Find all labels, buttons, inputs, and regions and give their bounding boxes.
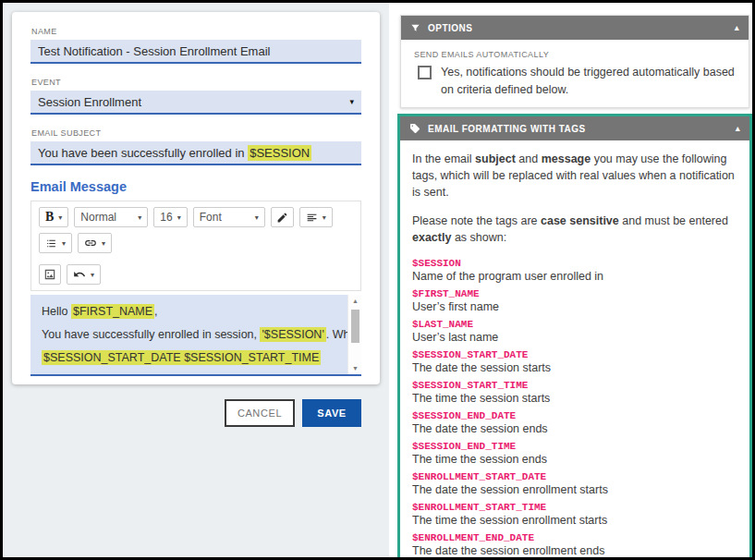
- editor-scrollbar[interactable]: ▲ ▼: [347, 295, 361, 374]
- chevron-down-icon: ▾: [58, 213, 62, 222]
- notification-form-card: NAME EVENT Session Enrollment ▾ EMAIL SU…: [12, 12, 380, 384]
- tag-name: $SESSION_END_DATE: [412, 410, 737, 422]
- tag-description: The date the session ends: [412, 422, 737, 436]
- tag-entry: $ENROLLMENT_END_DATE The date the sessio…: [412, 532, 737, 558]
- tag-name: $ENROLLMENT_START_TIME: [412, 502, 737, 514]
- list-button[interactable]: ▾: [39, 233, 72, 253]
- tag-description: The date the session starts: [412, 361, 737, 375]
- tag-icon: [409, 123, 420, 134]
- editor-toolbar: B ▾ Normal ▾ 16 ▾ Font ▾ ▾: [30, 201, 361, 291]
- collapse-chevron-icon[interactable]: ▴: [736, 124, 740, 133]
- tag-entry: $SESSION_END_DATE The date the session e…: [412, 410, 737, 436]
- email-message-heading: Email Message: [30, 179, 361, 194]
- tags-list: $SESSION Name of the program user enroll…: [412, 258, 737, 560]
- tag-description: User’s last name: [412, 331, 737, 345]
- subject-text: You have been successfully enrolled in: [38, 146, 248, 160]
- tag-description: The time the session enrollment starts: [412, 514, 737, 528]
- chevron-down-icon: ▾: [138, 213, 141, 222]
- tag-name: $LAST_NAME: [412, 319, 737, 331]
- tag-description: Name of the program user enrolled in: [412, 270, 737, 284]
- tags-intro-1: In the email subject and message you may…: [412, 151, 737, 201]
- tag-entry: $ENROLLMENT_START_DATE The date the sess…: [412, 471, 737, 497]
- event-selected-value: Session Enrollment: [38, 95, 141, 109]
- email-message-editor[interactable]: Hello $FIRST_NAME, You have successfully…: [30, 295, 361, 376]
- tag-description: User’s first name: [412, 300, 737, 314]
- auto-send-checkbox-label: Yes, notifications should be triggered a…: [441, 64, 736, 99]
- message-line-1: Hello $FIRST_NAME,: [42, 305, 337, 318]
- tag-entry: $SESSION_END_TIME The time the session e…: [412, 441, 737, 467]
- chevron-down-icon: ▾: [323, 213, 326, 222]
- session-start-tags: $SESSION_START_DATE $SESSION_START_TIME: [42, 350, 321, 365]
- name-input[interactable]: [30, 40, 361, 64]
- options-panel: OPTIONS ▴ SEND EMAILS AUTOMATICALLY Yes,…: [400, 15, 749, 108]
- tag-name: $SESSION_START_TIME: [412, 380, 737, 392]
- scrollbar-thumb[interactable]: [351, 310, 359, 343]
- chevron-down-icon: ▾: [177, 213, 181, 222]
- session-tag: '$SESSION': [260, 327, 325, 342]
- undo-button[interactable]: ▾: [67, 264, 101, 285]
- event-select[interactable]: Session Enrollment ▾: [30, 91, 361, 115]
- email-formatting-header[interactable]: EMAIL FORMATTING WITH TAGS ▴: [400, 116, 749, 140]
- font-size-select[interactable]: 16 ▾: [153, 207, 187, 227]
- image-button[interactable]: [39, 264, 61, 285]
- screenshot-canvas: NAME EVENT Session Enrollment ▾ EMAIL SU…: [0, 0, 755, 560]
- image-icon: [43, 268, 56, 281]
- list-icon: [45, 237, 57, 250]
- font-family-select[interactable]: Font ▾: [193, 207, 265, 227]
- message-line-3: $SESSION_START_DATE $SESSION_START_TIME: [42, 351, 337, 364]
- tag-name: $ENROLLMENT_END_DATE: [412, 532, 737, 544]
- send-emails-label: SEND EMAILS AUTOMATICALLY: [414, 50, 736, 59]
- paragraph-style-select[interactable]: Normal ▾: [74, 207, 148, 227]
- select-caret-icon: ▾: [349, 97, 354, 106]
- email-subject-input[interactable]: You have been successfully enrolled in $…: [30, 141, 361, 165]
- event-field-group: EVENT Session Enrollment ▾: [30, 78, 361, 115]
- chevron-down-icon: ▾: [102, 239, 105, 248]
- save-button[interactable]: SAVE: [302, 399, 361, 427]
- text-color-button[interactable]: [271, 207, 294, 227]
- bold-button[interactable]: B ▾: [39, 207, 68, 227]
- scroll-up-icon[interactable]: ▲: [348, 298, 361, 304]
- tag-name: $SESSION_END_TIME: [412, 441, 737, 453]
- name-label: NAME: [31, 27, 361, 36]
- tag-entry: $SESSION Name of the program user enroll…: [412, 258, 737, 284]
- undo-icon: [73, 268, 86, 281]
- tag-entry: $SESSION_START_DATE The date the session…: [412, 349, 737, 375]
- tag-name: $SESSION_START_DATE: [412, 349, 737, 361]
- options-body: SEND EMAILS AUTOMATICALLY Yes, notificat…: [401, 40, 749, 99]
- options-header[interactable]: OPTIONS ▴: [401, 16, 749, 40]
- tag-description: The time the session starts: [412, 392, 737, 406]
- link-icon: [84, 237, 97, 250]
- filter-icon: [410, 23, 420, 33]
- options-title: OPTIONS: [428, 23, 473, 33]
- pen-icon: [276, 212, 288, 224]
- cancel-button[interactable]: CANCEL: [225, 399, 295, 427]
- tag-entry: $ENROLLMENT_START_TIME The time the sess…: [412, 502, 737, 528]
- tag-name: $SESSION: [412, 258, 737, 270]
- form-actions: CANCEL SAVE: [30, 399, 361, 427]
- link-button[interactable]: ▾: [78, 233, 112, 253]
- align-button[interactable]: ▾: [299, 207, 333, 227]
- tag-description: The time the session ends: [412, 453, 737, 467]
- chevron-down-icon: ▾: [91, 271, 94, 279]
- chevron-down-icon: ▾: [62, 239, 66, 248]
- name-field-group: NAME: [30, 27, 361, 64]
- tag-name: $FIRST_NAME: [412, 288, 737, 300]
- tag-description: The date the session enrollment starts: [412, 483, 737, 497]
- collapse-chevron-icon[interactable]: ▴: [735, 23, 739, 32]
- scroll-down-icon[interactable]: ▼: [348, 365, 361, 371]
- subject-session-tag: $SESSION: [248, 145, 311, 161]
- tags-body: In the email subject and message you may…: [400, 140, 749, 560]
- tag-name: $ENROLLMENT_START_DATE: [412, 471, 737, 483]
- tag-entry: $SESSION_START_TIME The time the session…: [412, 380, 737, 406]
- auto-send-checkbox[interactable]: [418, 66, 432, 79]
- align-left-icon: [306, 212, 318, 224]
- chevron-down-icon: ▾: [255, 213, 259, 222]
- first-name-tag: $FIRST_NAME: [71, 304, 154, 319]
- event-label: EVENT: [31, 78, 361, 87]
- tag-description: The date the session enrollment ends: [412, 544, 737, 558]
- email-formatting-title: EMAIL FORMATTING WITH TAGS: [428, 124, 586, 134]
- tag-entry: $LAST_NAME User’s last name: [412, 319, 737, 345]
- email-formatting-panel: EMAIL FORMATTING WITH TAGS ▴ In the emai…: [397, 114, 752, 560]
- tags-intro-2: Please note the tags are case sensitive …: [412, 213, 737, 246]
- tag-entry: $FIRST_NAME User’s first name: [412, 288, 737, 314]
